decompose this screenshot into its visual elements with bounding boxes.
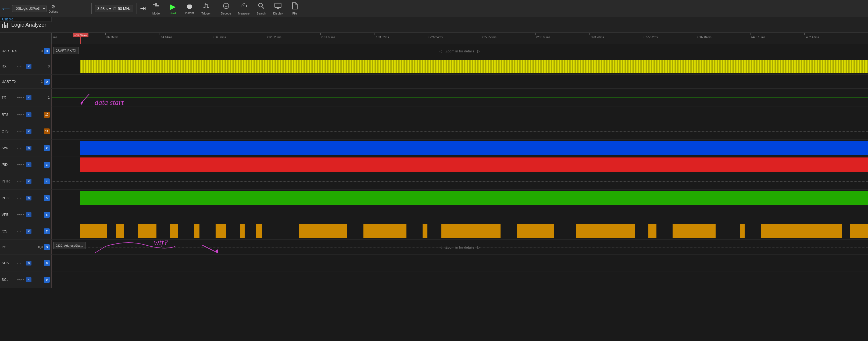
scl-label: SCL [2,278,15,282]
svg-marker-19 [81,101,83,105]
channel-rx: RX ⌐¬⌐¬ ✕ 0 [0,58,868,75]
tick-line-11 [643,33,643,35]
rd-label: /RD [2,162,15,166]
device-select[interactable]: DSLogic U3Pro3 [12,5,46,12]
freq-value: 50 MHz [118,6,131,11]
rd-sidebar[interactable]: /RD ⌐¬⌐¬ ✕ 3 [0,156,52,173]
tick-label-5: +161.60ms [320,35,335,39]
vpb-signal[interactable] [52,206,868,223]
vcursor-rx [52,58,52,74]
svg-rect-1 [155,3,157,6]
scl-x-badge: ✕ [26,277,31,282]
tick-line-1 [105,33,106,35]
display-button[interactable]: Display [270,1,286,16]
tick-label-11: +355.52ms [643,35,658,39]
uart-rx-label: UART RX [2,49,17,53]
uart-rx-value: 0 [38,49,43,53]
instant-button[interactable]: ⏺ Instant [181,1,197,16]
cs-pulse-18 [761,224,842,238]
ruler-ticks[interactable]: +32.32ms 0ms +32.32ms +64.64ms +96.96ms … [52,33,868,44]
rts-signal[interactable] [52,106,868,123]
intr-signal[interactable] [52,173,868,189]
phi2-green-block [80,191,868,205]
rts-sidebar[interactable]: RTS ⌐¬⌐¬ ✕ 10 [0,106,52,123]
phi2-badge: 5 [44,195,50,201]
tick-2: +64.64ms [159,33,172,39]
cs-pulse-5 [194,224,199,238]
phi2-sidebar[interactable]: PHI2 ⌐¬⌐¬ ✕ 5 [0,190,52,206]
tick-label-10: +323.20ms [589,35,604,39]
uart-tx-flat [52,82,868,82]
measure-icon [240,2,248,11]
cs-sidebar[interactable]: /CS ⌐¬⌐¬ ✕ 7 [0,223,52,240]
rd-red-block [80,157,868,172]
tick-line-2 [159,33,159,35]
uart-tx-signal[interactable] [52,75,868,88]
search-button[interactable]: Search [253,1,269,16]
tick-line-10 [589,33,590,35]
la-title: Logic Analyzer [11,22,46,28]
measure-button[interactable]: Measure [235,1,253,16]
tick-line-13 [750,33,751,35]
uart-rx-sidebar[interactable]: UART RX 0 D [0,44,52,58]
cs-label: /CS [2,229,15,233]
channel-wr: /WR ⌐¬⌐¬ ✕ 2 [0,140,868,156]
vcursor-wr [52,140,52,156]
svg-text:wtf?: wtf? [154,240,168,247]
tick-12: +387.84ms [697,33,712,39]
channel-intr: INTR ⌐¬⌐¬ ✕ 4 [0,173,868,190]
uart-tx-value: 1 [38,80,43,84]
wr-sidebar[interactable]: /WR ⌐¬⌐¬ ✕ 2 [0,140,52,156]
uart-tx-sidebar[interactable]: UART TX 1 D [0,75,52,88]
trigger-button[interactable]: Trigger [198,1,214,16]
cts-signal-preview: ⌐¬⌐¬ [17,130,25,133]
tick-1: +32.32ms [105,33,119,39]
cs-pulse-15 [648,224,656,238]
options-button[interactable]: ⚙ Options [49,4,58,13]
rd-badge: 3 [44,162,50,168]
vcursor-cs [52,223,52,240]
i2c-sidebar[interactable]: I²C 8,9 D [0,240,52,254]
back-icon[interactable]: ⟵ [2,5,10,12]
svg-rect-14 [275,3,281,7]
uart-rx-signal[interactable]: 0:UART: RX/TX ◁ Zoom in for details ▷ [52,44,868,58]
cs-badge: 7 [44,228,50,234]
rx-signal[interactable] [52,58,868,74]
decode-icon [222,2,230,11]
vcursor-sda [52,255,52,271]
start-button[interactable]: ▶ Start [165,1,181,16]
sda-signal[interactable] [52,255,868,271]
cts-sidebar[interactable]: CTS ⌐¬⌐¬ ✕ 11 [0,123,52,140]
mode-button[interactable]: Mode [148,1,164,16]
cs-signal[interactable] [52,223,868,240]
tx-signal[interactable]: data start [52,89,868,106]
wr-signal[interactable] [52,140,868,156]
intr-x-badge: ✕ [26,179,31,184]
time-display[interactable]: 3.58 s ▾ @ 50 MHz [95,5,133,12]
decode-button[interactable]: Decode [218,1,235,16]
scl-dashed [52,280,868,280]
tx-sidebar[interactable]: TX ⌐¬⌐¬ ✕ 1 [0,89,52,106]
tick-label-12: +387.84ms [697,35,712,39]
i2c-signal[interactable]: 0:I2C: Address/Dat... ◁ Zoom in for deta… [52,240,868,254]
dropdown-arrow: ▾ [109,6,111,11]
cts-signal[interactable] [52,123,868,140]
vpb-sidebar[interactable]: VPB ⌐¬⌐¬ ✕ 6 [0,206,52,223]
phi2-signal[interactable] [52,190,868,206]
tick-5: +161.60ms [320,33,335,39]
cs-pulse-16 [673,224,716,238]
vcursor-i2c [52,240,52,254]
i2c-zoom-right: ▷ [477,245,480,249]
tick-label-8: +258.56ms [482,35,496,39]
scl-sidebar[interactable]: SCL ⌐¬⌐¬ ✕ 9 [0,271,52,288]
channel-tx: TX ⌐¬⌐¬ ✕ 1 data start [0,89,868,106]
intr-sidebar[interactable]: INTR ⌐¬⌐¬ ✕ 4 [0,173,52,189]
scl-signal[interactable] [52,271,868,288]
cs-pulse-3 [137,224,156,238]
cs-pulse-2 [116,224,124,238]
file-button[interactable]: File [286,1,303,16]
sda-sidebar[interactable]: SDA ⌐¬⌐¬ ✕ 8 [0,255,52,271]
la-bar-4 [7,23,8,28]
rx-sidebar[interactable]: RX ⌐¬⌐¬ ✕ 0 [0,58,52,74]
rd-signal[interactable] [52,156,868,173]
